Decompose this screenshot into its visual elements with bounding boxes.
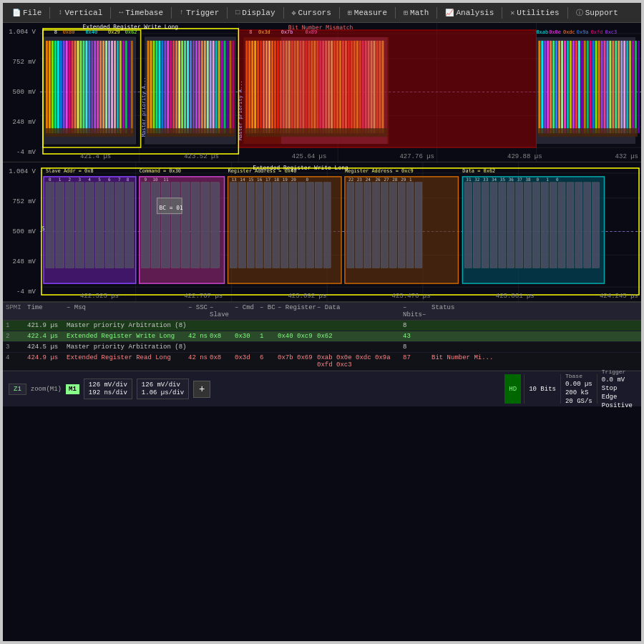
table-row[interactable]: 4 424.9 µs Extended Register Read Long 4…	[3, 353, 641, 371]
svg-rect-41	[125, 41, 127, 133]
menu-timebase[interactable]: ↔ Timebase	[114, 7, 168, 19]
svg-rect-39	[119, 41, 122, 133]
svg-rect-65	[198, 41, 200, 133]
cell-time-4: 424.9 µs	[27, 354, 67, 369]
waveform-canvas-lower: 0 1 2 3 4 5 6 7 8 Slave Addr = 0x8 S	[40, 162, 641, 301]
menu-file[interactable]: 📄 File	[7, 7, 47, 19]
cell-data-1	[317, 322, 403, 329]
y-label-4: -4 mV	[4, 149, 39, 156]
svg-rect-286	[525, 182, 532, 268]
measure-icon: ⊞	[348, 9, 352, 17]
svg-text:27: 27	[384, 177, 389, 182]
menu-sep-4	[227, 7, 228, 19]
svg-rect-246	[306, 182, 313, 268]
cell-spmi-3: 3	[6, 343, 27, 351]
svg-rect-146	[578, 41, 580, 133]
col-header-spmi: SPMI	[6, 304, 27, 318]
menu-support[interactable]: ⓘ Support	[571, 6, 623, 19]
svg-text:Command = 0x30: Command = 0x30	[140, 168, 181, 174]
svg-rect-16	[54, 41, 57, 133]
menu-measure[interactable]: ⊞ Measure	[343, 7, 392, 19]
svg-text:11: 11	[163, 177, 169, 182]
menu-sep-8	[436, 7, 437, 19]
svg-rect-290	[558, 182, 565, 268]
display-icon: □	[235, 9, 240, 16]
svg-rect-237	[230, 182, 237, 268]
svg-rect-240	[255, 182, 263, 268]
upper-waveform-svg: 8 0x80 0x40 0x29 0x62 8 0x3d 0x7b 0x89 B…	[40, 23, 641, 162]
svg-rect-283	[499, 182, 506, 268]
table-header: SPMI Time – Msq – SSC – Slave – Cmd – BC…	[3, 303, 641, 321]
svg-text:19: 19	[283, 177, 288, 182]
svg-rect-287	[532, 182, 540, 268]
svg-text:BC = 01: BC = 01	[159, 205, 183, 211]
cell-cmd-3	[235, 343, 260, 351]
menu-trigger[interactable]: ↑ Trigger	[175, 7, 224, 19]
svg-rect-36	[111, 41, 113, 133]
positive-label: Positive	[602, 402, 633, 409]
menu-vertical[interactable]: ↕ Vertical	[53, 7, 107, 19]
svg-text:36: 36	[509, 177, 514, 182]
svg-text:0: 0	[556, 177, 559, 182]
svg-rect-51	[158, 41, 160, 133]
svg-rect-203	[66, 182, 74, 268]
table-row[interactable]: 1 421.9 µs Master priority Arbitration (…	[3, 321, 641, 331]
svg-rect-137	[552, 41, 555, 133]
menu-sep-6	[339, 7, 340, 19]
svg-text:8: 8	[127, 177, 130, 182]
svg-text:29: 29	[401, 177, 406, 182]
cell-nbits-3: 8	[403, 343, 431, 351]
menu-sep-1	[49, 7, 50, 19]
stop-label: Stop	[602, 385, 633, 392]
svg-rect-15	[52, 41, 54, 133]
waveform-canvas-upper: 8 0x80 0x40 0x29 0x62 8 0x3d 0x7b 0x89 B…	[40, 23, 641, 162]
col-header-time: Time	[27, 304, 67, 318]
time-axis-lower: 422.323 µs 422.707 µs 423.092 µs 423.476…	[77, 293, 641, 300]
svg-rect-24	[77, 41, 79, 133]
svg-rect-67	[204, 41, 206, 133]
svg-text:37: 37	[517, 177, 523, 182]
svg-text:23: 23	[357, 177, 363, 182]
svg-rect-81	[248, 41, 250, 133]
svg-rect-267	[406, 182, 414, 268]
menu-utilities[interactable]: ✕ Utilities	[505, 7, 564, 19]
svg-rect-64	[195, 41, 197, 133]
svg-rect-245	[298, 182, 306, 268]
table-row[interactable]: 2 422.4 µs Extended Register Write Long …	[3, 331, 641, 342]
y-label-l1: 752 mV	[4, 198, 39, 205]
svg-text:15: 15	[248, 177, 254, 182]
svg-rect-28	[88, 41, 90, 133]
svg-rect-291	[567, 182, 574, 268]
svg-rect-268	[415, 182, 422, 268]
svg-text:8: 8	[54, 29, 57, 35]
math-icon: ⊞	[404, 9, 408, 17]
svg-text:26: 26	[376, 177, 381, 182]
menu-math[interactable]: ⊞ Math	[399, 7, 434, 19]
svg-rect-90	[274, 41, 276, 133]
svg-text:0x29: 0x29	[108, 29, 120, 35]
status-right: HD 10 Bits Tbase 0.00 µs 200 kS 20 GS/s …	[500, 371, 641, 406]
svg-text:S: S	[42, 225, 45, 231]
cell-slave-4: 0x8	[210, 354, 235, 369]
svg-rect-53	[164, 41, 166, 133]
col-header-msq: – Msq	[67, 304, 188, 318]
svg-text:10: 10	[153, 177, 159, 182]
cell-bc-1	[260, 322, 278, 329]
cell-cmd-4: 0x3d	[235, 354, 260, 369]
svg-rect-243	[281, 182, 288, 268]
svg-rect-262	[364, 182, 371, 268]
ch-nsDiv-2: 1.06 µs/div	[142, 389, 184, 396]
cell-spmi-2: 2	[6, 333, 27, 340]
menu-analysis[interactable]: 📈 Analysis	[440, 7, 499, 19]
cell-spmi-4: 4	[6, 354, 27, 369]
y-label-l3: 248 mV	[4, 258, 39, 265]
add-channel-button[interactable]: +	[193, 381, 210, 398]
cursors-icon: ✥	[292, 9, 296, 17]
menu-cursors[interactable]: ✥ Cursors	[287, 7, 336, 19]
svg-rect-71	[215, 41, 218, 133]
menu-display[interactable]: □ Display	[230, 7, 280, 19]
table-row[interactable]: 3 424.5 µs Master priority Arbitration (…	[3, 342, 641, 353]
svg-rect-68	[207, 41, 209, 133]
ch-vdiv-1: 126 mV/div	[89, 381, 127, 389]
svg-rect-151	[592, 41, 595, 133]
